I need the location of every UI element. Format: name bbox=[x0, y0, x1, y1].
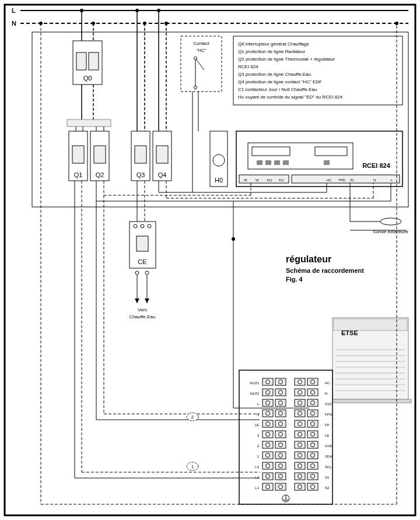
svg-text:Q2  protection de ligne Thermo: Q2 protection de ligne Thermostat + régu… bbox=[238, 57, 335, 62]
svg-point-55 bbox=[213, 154, 225, 166]
svg-point-216 bbox=[311, 443, 315, 447]
svg-text:TPD: TPD bbox=[338, 178, 346, 182]
breaker-Q1: Q1 bbox=[69, 131, 88, 181]
svg-rect-63 bbox=[274, 160, 280, 165]
svg-text:SDA: SDA bbox=[325, 455, 332, 458]
svg-point-139 bbox=[266, 401, 270, 405]
svg-text:S2: S2 bbox=[325, 486, 330, 490]
svg-point-189 bbox=[298, 391, 302, 395]
svg-point-151 bbox=[279, 422, 283, 426]
svg-point-184 bbox=[298, 380, 302, 384]
svg-point-236 bbox=[311, 485, 315, 489]
svg-point-129 bbox=[266, 380, 270, 384]
svg-rect-11 bbox=[67, 120, 111, 127]
svg-rect-115 bbox=[334, 319, 407, 331]
svg-point-41 bbox=[194, 57, 197, 60]
svg-point-3 bbox=[80, 9, 83, 12]
svg-point-42 bbox=[194, 86, 197, 89]
svg-rect-6 bbox=[76, 52, 86, 70]
svg-point-169 bbox=[266, 464, 270, 468]
svg-point-251 bbox=[39, 22, 43, 25]
svg-point-252 bbox=[395, 22, 398, 25]
svg-text:N: N bbox=[325, 392, 327, 395]
svg-point-206 bbox=[311, 422, 315, 426]
indicator-H0: H0 bbox=[210, 131, 228, 187]
svg-text:Z1: Z1 bbox=[350, 178, 355, 182]
svg-point-166 bbox=[279, 454, 283, 458]
svg-point-231 bbox=[311, 475, 315, 479]
svg-text:"HC": "HC" bbox=[196, 48, 206, 53]
svg-point-91 bbox=[148, 224, 151, 228]
svg-text:RCEI 824: RCEI 824 bbox=[238, 64, 258, 69]
svg-text:Contact: Contact bbox=[193, 41, 209, 46]
svg-rect-61 bbox=[257, 160, 262, 165]
wiring-diagram: L N Q0 Q1 Q2 Q3 Q4 bbox=[0, 0, 420, 520]
svg-point-186 bbox=[311, 380, 315, 384]
svg-text:GND: GND bbox=[325, 444, 333, 448]
svg-rect-125 bbox=[330, 399, 411, 403]
svg-rect-16 bbox=[94, 146, 106, 163]
svg-rect-13 bbox=[72, 146, 84, 163]
svg-point-176 bbox=[279, 475, 283, 479]
svg-point-27 bbox=[143, 22, 146, 25]
svg-text:Q2: Q2 bbox=[96, 171, 104, 178]
controller-rcei824: RCEI 824 W W KU KU HC TPD Z1 N L bbox=[236, 131, 402, 187]
svg-rect-59 bbox=[252, 147, 290, 156]
title-block: régulateur Schéma de raccordement Fig. 4 bbox=[286, 254, 364, 283]
heater-etse: ETSE bbox=[330, 318, 411, 403]
svg-text:LE: LE bbox=[255, 423, 259, 427]
svg-point-181 bbox=[279, 485, 283, 489]
svg-rect-7 bbox=[89, 52, 99, 70]
rail-N-label: N bbox=[12, 20, 16, 27]
svg-point-25 bbox=[135, 9, 139, 12]
svg-text:Q4: Q4 bbox=[158, 171, 167, 178]
svg-point-194 bbox=[298, 401, 302, 405]
svg-point-31 bbox=[164, 22, 168, 25]
svg-point-156 bbox=[279, 433, 283, 437]
svg-rect-60 bbox=[315, 147, 347, 156]
svg-text:Q1  protection de ligne Radiat: Q1 protection de ligne Radiateur bbox=[238, 49, 306, 54]
svg-point-201 bbox=[311, 412, 315, 416]
svg-point-90 bbox=[141, 224, 144, 228]
svg-point-229 bbox=[298, 475, 302, 479]
terminal-block: A1/Z1A2/Z2LNLE321L3L2L1 HCNZ1SFPGFPLEGND… bbox=[239, 370, 333, 504]
svg-point-29 bbox=[157, 9, 160, 12]
svg-rect-87 bbox=[136, 236, 148, 251]
svg-point-164 bbox=[266, 454, 270, 458]
svg-rect-62 bbox=[265, 160, 271, 165]
svg-point-214 bbox=[298, 443, 302, 447]
svg-point-171 bbox=[279, 464, 283, 468]
svg-point-146 bbox=[279, 412, 283, 416]
svg-text:N: N bbox=[373, 178, 376, 182]
svg-text:SCL: SCL bbox=[325, 465, 332, 469]
svg-point-131 bbox=[279, 380, 283, 384]
svg-point-144 bbox=[266, 412, 270, 416]
svg-text:régulateur: régulateur bbox=[286, 254, 331, 264]
svg-text:LE: LE bbox=[325, 434, 329, 437]
svg-text:L1: L1 bbox=[255, 486, 259, 490]
svg-text:Q1: Q1 bbox=[74, 171, 83, 178]
svg-rect-64 bbox=[283, 160, 289, 165]
svg-text:N: N bbox=[257, 413, 259, 416]
svg-point-149 bbox=[266, 422, 270, 426]
svg-rect-68 bbox=[292, 175, 400, 183]
svg-text:A2/Z2: A2/Z2 bbox=[250, 392, 260, 395]
breaker-Q2: Q2 bbox=[90, 131, 109, 181]
svg-point-179 bbox=[266, 485, 270, 489]
svg-point-134 bbox=[266, 391, 270, 395]
svg-text:Ho voyant de contrôle du signa: Ho voyant de contrôle du signal "ED" du … bbox=[238, 94, 343, 100]
breaker-Q0: Q0 bbox=[73, 41, 102, 85]
contact-hc: Contact "HC" bbox=[181, 36, 222, 92]
svg-point-211 bbox=[311, 433, 315, 437]
breaker-Q3: Q3 bbox=[131, 131, 150, 181]
svg-marker-96 bbox=[135, 298, 139, 303]
svg-text:KU: KU bbox=[279, 178, 284, 182]
chauffe-eau-l2: Chauffe-Eau bbox=[130, 314, 156, 319]
svg-text:H0: H0 bbox=[215, 177, 223, 184]
svg-text:Sonde extérieure: Sonde extérieure bbox=[373, 229, 408, 234]
svg-point-136 bbox=[279, 391, 283, 395]
sonde-exterieure: Sonde extérieure bbox=[350, 183, 409, 234]
svg-point-221 bbox=[311, 454, 315, 458]
svg-text:Q3: Q3 bbox=[136, 171, 145, 178]
svg-point-159 bbox=[266, 443, 270, 447]
